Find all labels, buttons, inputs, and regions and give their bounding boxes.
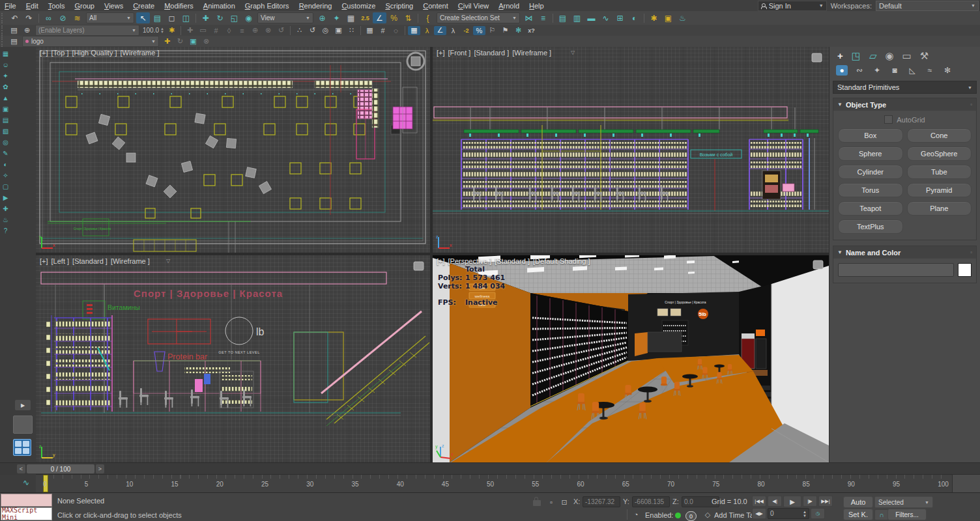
container-list-icon[interactable]: ▤ bbox=[8, 37, 20, 46]
image-icon[interactable]: ▧ bbox=[1, 127, 10, 135]
curve-editor-icon[interactable]: ∿ bbox=[599, 12, 612, 23]
key-filters-icon[interactable]: ∩ bbox=[874, 509, 889, 520]
menu-item[interactable]: Arnold bbox=[494, 2, 524, 10]
layer-dropdown[interactable]: (Enable Layers)▼ bbox=[35, 25, 139, 36]
array-icon[interactable]: ∴ bbox=[293, 26, 306, 35]
edit-named-selections-icon[interactable]: { bbox=[421, 12, 435, 23]
primitive-button[interactable]: Plane bbox=[907, 201, 972, 216]
link-info-icon[interactable]: ⊕ bbox=[249, 26, 261, 35]
select-by-name-icon[interactable]: ▤ bbox=[151, 12, 164, 23]
snap-3d-icon[interactable]: ▦ bbox=[408, 26, 420, 35]
subtab-shapes[interactable]: ∾ bbox=[854, 65, 865, 76]
subtab-spacewarps[interactable]: ≈ bbox=[924, 65, 936, 76]
primitive-button[interactable]: Cylinder bbox=[838, 165, 903, 179]
go-to-start-button[interactable]: |◀◀ bbox=[752, 496, 766, 507]
material-editor-icon[interactable]: ◐ bbox=[627, 12, 641, 23]
window-crossing-icon[interactable]: ◫ bbox=[179, 12, 193, 23]
primitive-button[interactable]: Tube bbox=[907, 165, 972, 179]
unlink-icon[interactable]: ⊘ bbox=[56, 12, 70, 23]
reference-coordinate-dropdown[interactable]: View▼ bbox=[257, 12, 313, 23]
spacing-tool-icon[interactable]: ◎ bbox=[319, 26, 332, 35]
tab-motion[interactable]: ◉ bbox=[886, 50, 894, 62]
primitive-button[interactable]: Torus bbox=[838, 183, 903, 197]
layer-manager-icon[interactable]: ▤ bbox=[8, 26, 20, 35]
select-link-icon[interactable]: ∞ bbox=[42, 12, 55, 23]
next-frame-arrow[interactable]: > bbox=[96, 464, 104, 473]
previous-frame-arrow[interactable]: < bbox=[17, 464, 25, 473]
menu-item[interactable]: Scripting bbox=[381, 2, 418, 10]
select-rotate-icon[interactable]: ↻ bbox=[213, 12, 227, 23]
auto-key-button[interactable]: Auto bbox=[843, 496, 873, 508]
crystal-icon[interactable]: ✻ bbox=[512, 26, 525, 35]
menu-item[interactable]: Modifiers bbox=[160, 2, 198, 10]
percent-snap-icon[interactable]: % bbox=[387, 12, 401, 23]
primitive-button[interactable]: Pyramid bbox=[907, 183, 972, 197]
bind-spacewarp-icon[interactable]: ≋ bbox=[70, 12, 84, 23]
viewport-label-segment[interactable]: [+] bbox=[437, 49, 445, 57]
layout-quad-thumb[interactable] bbox=[13, 439, 31, 456]
key-filters-button[interactable]: Filters... bbox=[887, 509, 927, 520]
selected-mode-dropdown[interactable]: Selected▼ bbox=[874, 496, 933, 508]
layout-single-thumb[interactable] bbox=[13, 415, 33, 434]
viewport-config-icon[interactable]: ▦ bbox=[1, 49, 10, 58]
animation-weight-spinner[interactable]: 100.0▲▼ bbox=[143, 27, 164, 34]
toolbar-grip[interactable] bbox=[1, 25, 7, 36]
viewport-perspective[interactable]: [+][Perspective ][Standard ][Default Sha… bbox=[433, 255, 829, 462]
ribbon-icon[interactable]: ▬ bbox=[584, 12, 598, 23]
workspace-dropdown[interactable]: Default▼ bbox=[876, 1, 979, 11]
menu-item[interactable]: Animation bbox=[199, 2, 240, 10]
select-scale-icon[interactable]: ◱ bbox=[227, 12, 241, 23]
angle-snap-icon[interactable]: ∠ bbox=[373, 12, 386, 23]
viewport-label-segment[interactable]: [Wireframe ] bbox=[111, 257, 150, 265]
render-icon[interactable]: ♨ bbox=[676, 12, 689, 23]
create-container-icon[interactable]: ✚ bbox=[161, 37, 173, 46]
crosshair-icon[interactable]: ✚ bbox=[1, 204, 10, 213]
track-bar[interactable]: 0510152025303540455055606570758085909510… bbox=[36, 474, 980, 493]
undo-icon[interactable]: ↶ bbox=[8, 12, 22, 23]
menu-item[interactable]: Create bbox=[128, 2, 159, 10]
viewport-label-segment[interactable]: [Standard ] bbox=[474, 49, 509, 57]
viewport-label-segment[interactable]: [High Quality ] bbox=[72, 49, 117, 57]
angle-snap-2-icon[interactable]: ∠ bbox=[434, 26, 446, 35]
maxscript-mini-output[interactable] bbox=[1, 494, 52, 507]
menu-item[interactable]: Group bbox=[70, 2, 99, 10]
autogrid-checkbox[interactable] bbox=[884, 115, 893, 124]
key-mode-toggle[interactable]: ◀▶ bbox=[752, 508, 766, 519]
redo-icon[interactable]: ↷ bbox=[22, 12, 36, 23]
menu-item[interactable]: Customize bbox=[337, 2, 380, 10]
absolute-mode-icon[interactable]: ⊡ bbox=[559, 498, 569, 507]
grid-points-icon[interactable]: # bbox=[377, 26, 389, 35]
pin-icon[interactable]: ▫ bbox=[970, 249, 972, 255]
teapot-icon[interactable]: ♨ bbox=[1, 216, 10, 224]
annotate-icon[interactable]: ✎ bbox=[1, 149, 10, 158]
tab-utilities[interactable]: ⚒ bbox=[920, 50, 929, 62]
degradation-count-button[interactable]: 0 bbox=[685, 511, 697, 521]
transform-gizmo-icon[interactable]: ◊ bbox=[223, 26, 235, 35]
unlink-all-icon[interactable]: ⊗ bbox=[262, 26, 274, 35]
plant-icon[interactable]: ✿ bbox=[1, 83, 10, 91]
torus-icon[interactable]: ◎ bbox=[1, 138, 10, 147]
menu-item[interactable]: Edit bbox=[22, 2, 43, 10]
go-to-end-button[interactable]: ▶▶| bbox=[818, 496, 833, 507]
subtab-lights[interactable]: ✦ bbox=[871, 65, 883, 76]
viewport-left[interactable]: [+][Left ][Standard ][Wireframe ] ▽ bbox=[36, 255, 430, 462]
mirror-icon[interactable]: ⋈ bbox=[522, 12, 536, 23]
viewport-label-segment[interactable]: [Default Shading ] bbox=[533, 257, 590, 265]
primitive-button[interactable]: GeoSphere bbox=[907, 147, 972, 161]
menu-item[interactable]: Civil View bbox=[454, 2, 493, 10]
viewport-label-segment[interactable]: [Perspective ] bbox=[448, 257, 492, 265]
add-time-tag[interactable]: Add Time Tag bbox=[714, 511, 758, 519]
align-icon[interactable]: ≡ bbox=[536, 12, 550, 23]
time-configuration-icon[interactable]: ◷ bbox=[811, 508, 825, 519]
select-manipulate-icon[interactable]: ✦ bbox=[330, 12, 343, 23]
selection-filter-dropdown[interactable]: All▼ bbox=[86, 12, 134, 23]
primitive-button[interactable]: Teapot bbox=[838, 201, 903, 216]
gear-icon[interactable]: ✱ bbox=[166, 26, 178, 35]
maxscript-mini-listener[interactable]: MAXScript Mini bbox=[1, 507, 52, 520]
rendered-frame-icon[interactable]: ▣ bbox=[661, 12, 675, 23]
tree-icon[interactable]: ▲ bbox=[1, 94, 10, 102]
viewport-label-segment[interactable]: [+] bbox=[40, 257, 48, 265]
help-icon[interactable]: ? bbox=[1, 227, 10, 235]
select-move-icon[interactable]: ✚ bbox=[199, 12, 212, 23]
palette-icon[interactable]: ◐ bbox=[1, 160, 10, 169]
